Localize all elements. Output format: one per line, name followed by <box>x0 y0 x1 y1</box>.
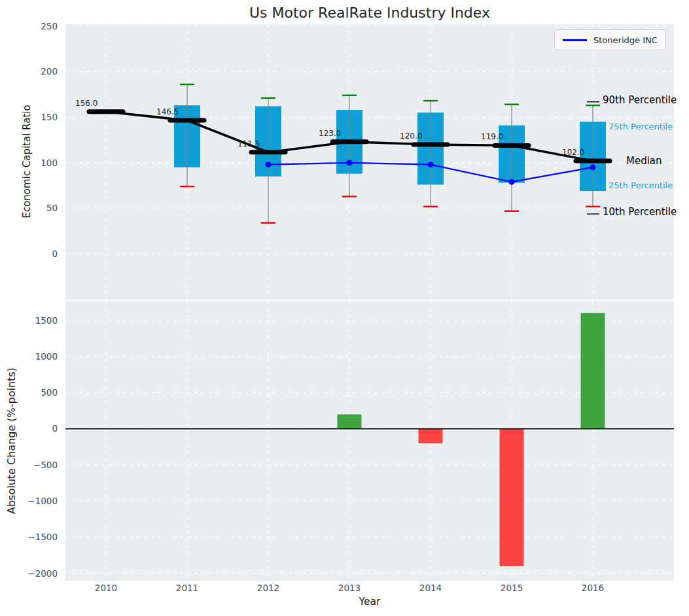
top-y-tick: 150 <box>41 112 58 122</box>
chart-title: Us Motor RealRate Industry Index <box>65 5 674 21</box>
top-y-tick: 200 <box>41 66 58 77</box>
bottom-y-tick: 0 <box>52 423 58 434</box>
bottom-y-tick: −2000 <box>27 568 58 579</box>
bar-2014 <box>419 429 443 443</box>
x-axis-label: Year <box>65 596 674 607</box>
bottom-y-tick: −500 <box>33 460 58 470</box>
company-point-2016 <box>590 164 596 170</box>
bottom-y-tick: −1500 <box>27 532 58 542</box>
bar-2013 <box>338 415 362 429</box>
annotation-90th-percentile: 90th Percentile <box>603 94 677 106</box>
x-tick-2016: 2016 <box>582 583 604 593</box>
x-tick-2015: 2015 <box>501 583 523 593</box>
company-point-2013 <box>347 160 353 165</box>
top-y-tick: 50 <box>46 203 58 213</box>
x-tick-2011: 2011 <box>176 583 198 593</box>
median-value-label-2011: 146.5 <box>156 107 179 116</box>
median-value-label-2016: 102.0 <box>562 148 584 157</box>
company-point-2012 <box>266 162 272 167</box>
bottom-y-axis-label: Absolute Change (%-points) <box>5 301 18 581</box>
top-y-axis-label: Economic Capital Ratio <box>20 24 33 299</box>
bottom-y-tick: 1500 <box>35 315 58 326</box>
annotation-25th-percentile: 25th Percentile <box>609 180 673 190</box>
annotation-75th-percentile: 75th Percentile <box>609 122 673 131</box>
top-y-tick: 0 <box>52 248 58 259</box>
x-tick-2013: 2013 <box>338 583 361 593</box>
x-tick-2012: 2012 <box>257 583 279 593</box>
median-value-label-2012: 111.5 <box>238 139 260 148</box>
company-point-2015 <box>509 179 515 185</box>
figure: 156.0146.5111.5123.0120.0119.0102.090th … <box>0 0 689 616</box>
bar-2016 <box>581 313 605 429</box>
company-point-2014 <box>428 162 434 167</box>
bottom-y-tick: 500 <box>41 387 58 398</box>
annotation-10th-percentile: 10th Percentile <box>603 206 677 218</box>
median-value-label-2014: 120.0 <box>400 131 422 141</box>
top-y-tick: 100 <box>41 158 58 168</box>
median-value-label-2015: 119.0 <box>481 132 503 141</box>
bottom-y-tick: 1000 <box>35 351 58 362</box>
x-tick-2014: 2014 <box>419 583 442 593</box>
annotation-median: Median <box>626 155 662 167</box>
legend-line-sample-icon <box>563 39 587 41</box>
top-y-tick: 250 <box>41 21 58 31</box>
bar-2015 <box>500 429 524 566</box>
chart-canvas: 156.0146.5111.5123.0120.0119.0102.090th … <box>0 0 689 616</box>
median-value-label-2010: 156.0 <box>75 99 97 108</box>
legend: Stoneridge INC <box>554 29 666 50</box>
x-tick-2010: 2010 <box>95 583 117 593</box>
legend-label: Stoneridge INC <box>593 35 658 45</box>
bottom-y-tick: −1000 <box>27 496 58 506</box>
median-value-label-2013: 123.0 <box>319 129 341 138</box>
